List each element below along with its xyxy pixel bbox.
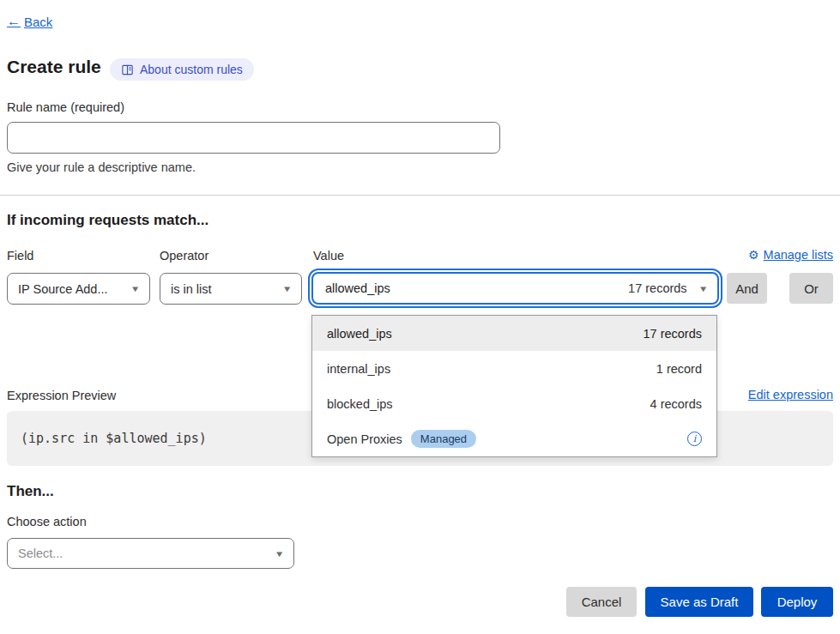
list-option-records: 4 records [650, 397, 702, 411]
gear-icon: ⚙ [748, 248, 759, 262]
save-as-draft-button[interactable]: Save as Draft [645, 587, 753, 617]
cancel-button[interactable]: Cancel [566, 587, 637, 617]
about-custom-rules-label: About custom rules [140, 63, 243, 76]
field-select-value: IP Source Add... [18, 282, 108, 296]
and-button[interactable]: And [727, 273, 767, 304]
back-link[interactable]: ←Back [7, 14, 52, 29]
field-column-label: Field [7, 249, 33, 263]
then-section-heading: Then... [7, 483, 54, 500]
list-option-internal-ips[interactable]: internal_ips 1 record [312, 351, 716, 386]
list-option-blocked-ips[interactable]: blocked_ips 4 records [312, 386, 716, 421]
expression-code: (ip.src in $allowed_ips) [21, 431, 207, 446]
match-section-heading: If incoming requests match... [7, 212, 208, 229]
rule-name-input[interactable] [7, 122, 500, 154]
rule-name-label: Rule name (required) [7, 100, 124, 114]
list-option-name: internal_ips [327, 362, 390, 376]
operator-select-value: is in list [171, 282, 212, 296]
value-select-value: allowed_ips [325, 281, 390, 295]
chevron-down-icon: ▼ [274, 549, 284, 559]
or-button[interactable]: Or [789, 273, 833, 304]
arrow-left-icon: ← [7, 14, 21, 29]
info-icon[interactable]: i [687, 432, 702, 446]
about-custom-rules-link[interactable]: About custom rules [110, 58, 254, 81]
list-option-allowed-ips[interactable]: allowed_ips 17 records [312, 316, 716, 351]
back-link-label: Back [24, 15, 52, 29]
list-option-name: allowed_ips [327, 327, 392, 341]
value-column-label: Value [313, 249, 344, 263]
manage-lists-label: Manage lists [764, 248, 833, 262]
action-select-placeholder: Select... [18, 546, 63, 560]
chevron-down-icon: ▼ [698, 284, 708, 293]
page-title: Create rule [7, 57, 101, 77]
list-option-records: 17 records [643, 327, 702, 341]
action-select[interactable]: Select... ▼ [7, 538, 294, 569]
managed-badge: Managed [411, 430, 476, 448]
list-option-records: 1 record [656, 362, 702, 376]
chevron-down-icon: ▼ [130, 284, 140, 293]
list-option-open-proxies[interactable]: Open Proxies Managed i [312, 421, 716, 456]
choose-action-label: Choose action [7, 515, 87, 528]
value-dropdown-panel: allowed_ips 17 records internal_ips 1 re… [311, 315, 717, 457]
list-option-name: blocked_ips [327, 397, 393, 411]
book-icon [121, 63, 134, 76]
section-divider [0, 195, 840, 196]
expression-preview-label: Expression Preview [7, 389, 116, 402]
operator-select[interactable]: is in list ▼ [160, 273, 302, 305]
list-option-name: Open Proxies [327, 432, 402, 446]
field-select[interactable]: IP Source Add... ▼ [7, 273, 150, 305]
value-select-records: 17 records [628, 281, 687, 295]
operator-column-label: Operator [160, 249, 208, 263]
deploy-button[interactable]: Deploy [761, 587, 833, 617]
chevron-down-icon: ▼ [281, 284, 292, 293]
edit-expression-link[interactable]: Edit expression [748, 388, 833, 402]
rule-name-helper: Give your rule a descriptive name. [7, 160, 196, 174]
value-select[interactable]: allowed_ips 17 records ▼ [311, 272, 719, 305]
manage-lists-link[interactable]: ⚙ Manage lists [748, 248, 833, 262]
